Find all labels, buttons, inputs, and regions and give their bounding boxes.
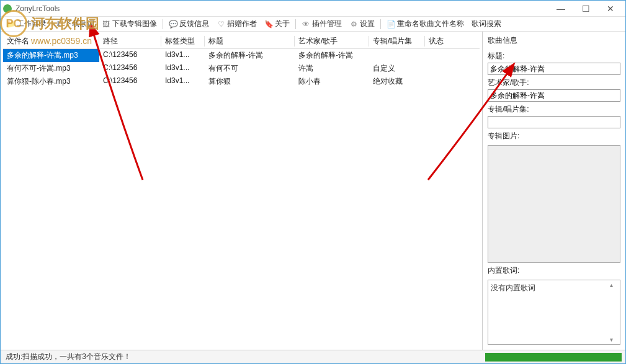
- toolbar-folder[interactable]: 📁工作目录: [3, 17, 50, 30]
- download-icon: ⬇: [54, 20, 63, 29]
- table-cell: [369, 49, 425, 62]
- column-header[interactable]: 标题: [205, 34, 295, 48]
- table-cell: 有何不可: [205, 62, 295, 75]
- toolbar-chat[interactable]: 💬反馈信息: [166, 17, 212, 30]
- table-cell: 许嵩: [295, 62, 369, 75]
- progress-bar: [485, 353, 622, 362]
- albumart-label: 专辑图片:: [488, 131, 620, 141]
- toolbar-bookmark[interactable]: 🔖关于: [261, 17, 293, 30]
- toolbar-label: 捐赠作者: [227, 19, 257, 29]
- title-label: 标题:: [488, 51, 620, 61]
- image-icon: 🖼: [102, 20, 110, 29]
- table-body: 多余的解释-许嵩.mp3C:\123456Id3v1...多余的解释-许嵩多余的…: [3, 49, 480, 88]
- status-text: 成功:扫描成功，一共有3个音乐文件！: [1, 352, 136, 362]
- table-cell: 算你狠: [205, 75, 295, 88]
- toolbar-image[interactable]: 🖼下载专辑图像: [99, 17, 160, 30]
- folder-icon: 📁: [6, 20, 15, 29]
- table-cell: 多余的解释-许嵩: [295, 49, 369, 62]
- title-input[interactable]: [488, 63, 620, 75]
- lyric-scrollbar[interactable]: ▴▾: [610, 282, 619, 343]
- toolbar-eye[interactable]: 👁插件管理: [298, 17, 345, 30]
- toolbar-label: 关于: [275, 19, 290, 29]
- toolbar-separator: [380, 19, 381, 29]
- lyric-box[interactable]: 没有内置歌词 ▴▾: [488, 280, 620, 345]
- table-cell: [425, 62, 462, 75]
- table-cell: Id3v1...: [161, 62, 205, 75]
- album-input[interactable]: [488, 116, 620, 128]
- toolbar-separator: [163, 19, 163, 29]
- toolbar-label: 插件管理: [312, 19, 342, 29]
- artist-label: 艺术家/歌手:: [488, 78, 620, 88]
- table-cell: C:\123456: [99, 75, 161, 88]
- heart-icon: ♡: [217, 20, 225, 29]
- toolbar-separator: [295, 19, 296, 29]
- lyric-content: 没有内置歌词: [491, 283, 535, 292]
- close-button[interactable]: ✕: [598, 1, 623, 17]
- table-cell: 陈小春: [295, 75, 369, 88]
- chat-icon: 💬: [169, 20, 177, 29]
- table-cell: Id3v1...: [161, 49, 205, 62]
- table-row[interactable]: 算你狠-陈小春.mp3C:\123456Id3v1...算你狠陈小春绝对收藏: [3, 75, 480, 88]
- table-row[interactable]: 有何不可-许嵩.mp3C:\123456Id3v1...有何不可许嵩自定义: [3, 62, 480, 75]
- lyric-label: 内置歌词:: [488, 265, 620, 276]
- toolbar-label: 重命名歌曲文件名称: [397, 19, 464, 29]
- table-cell: Id3v1...: [161, 75, 205, 88]
- file-icon: 📄: [387, 20, 395, 29]
- toolbar-heart[interactable]: ♡捐赠作者: [213, 17, 260, 30]
- table-cell: 有何不可-许嵩.mp3: [3, 62, 99, 75]
- toolbar-gear[interactable]: ⚙设置: [346, 17, 378, 30]
- column-header[interactable]: 路径: [99, 34, 161, 48]
- table-cell: C:\123456: [99, 62, 161, 75]
- table-cell: [425, 75, 462, 88]
- toolbar-file[interactable]: 📄重命名歌曲文件名称: [383, 17, 467, 30]
- window-title: ZonyLrcTools: [16, 4, 548, 13]
- minimize-button[interactable]: —: [548, 1, 573, 17]
- column-header[interactable]: 文件名: [3, 34, 99, 48]
- info-heading: 歌曲信息: [488, 35, 620, 46]
- toolbar-label: 工作目录: [17, 19, 47, 29]
- toolbar-item-12[interactable]: 歌词搜索: [468, 17, 504, 30]
- toolbar-download[interactable]: ⬇下载歌词: [51, 17, 97, 30]
- toolbar-label: 下载专辑图像: [112, 19, 157, 29]
- main-panel: 文件名路径标签类型标题艺术家/歌手专辑/唱片集状态 多余的解释-许嵩.mp3C:…: [1, 32, 483, 350]
- statusbar: 成功:扫描成功，一共有3个音乐文件！: [1, 350, 625, 363]
- table-cell: 自定义: [369, 62, 425, 75]
- app-icon: [3, 4, 12, 13]
- eye-icon: 👁: [302, 20, 310, 29]
- bookmark-icon: 🔖: [264, 20, 273, 29]
- table-header: 文件名路径标签类型标题艺术家/歌手专辑/唱片集状态: [3, 34, 480, 49]
- maximize-button[interactable]: ☐: [573, 1, 598, 17]
- table-cell: 算你狠-陈小春.mp3: [3, 75, 99, 88]
- info-panel: 歌曲信息 标题: 艺术家/歌手: 专辑/唱片集: 专辑图片: 内置歌词: 没有内…: [483, 32, 625, 350]
- toolbar-label: 下载歌词: [65, 19, 94, 29]
- table-cell: 多余的解释-许嵩: [205, 49, 295, 62]
- albumart-box: [488, 145, 620, 263]
- toolbar: 📁工作目录⬇下载歌词🖼下载专辑图像💬反馈信息♡捐赠作者🔖关于👁插件管理⚙设置📄重…: [1, 17, 625, 32]
- artist-input[interactable]: [488, 89, 620, 102]
- toolbar-label: 歌词搜索: [472, 19, 501, 29]
- table-cell: 绝对收藏: [369, 75, 425, 88]
- table-cell: [425, 49, 462, 62]
- toolbar-label: 反馈信息: [179, 19, 209, 29]
- toolbar-label: 设置: [360, 19, 375, 29]
- column-header[interactable]: 专辑/唱片集: [369, 34, 425, 48]
- album-label: 专辑/唱片集:: [488, 104, 620, 115]
- gear-icon: ⚙: [349, 20, 358, 29]
- table-cell: C:\123456: [99, 49, 161, 62]
- file-table: 文件名路径标签类型标题艺术家/歌手专辑/唱片集状态 多余的解释-许嵩.mp3C:…: [3, 34, 480, 347]
- column-header[interactable]: 状态: [425, 34, 462, 48]
- column-header[interactable]: 标签类型: [161, 34, 205, 48]
- titlebar: ZonyLrcTools — ☐ ✕: [1, 1, 625, 17]
- table-cell: 多余的解释-许嵩.mp3: [3, 49, 99, 62]
- table-row[interactable]: 多余的解释-许嵩.mp3C:\123456Id3v1...多余的解释-许嵩多余的…: [3, 49, 480, 62]
- column-header[interactable]: 艺术家/歌手: [295, 34, 369, 48]
